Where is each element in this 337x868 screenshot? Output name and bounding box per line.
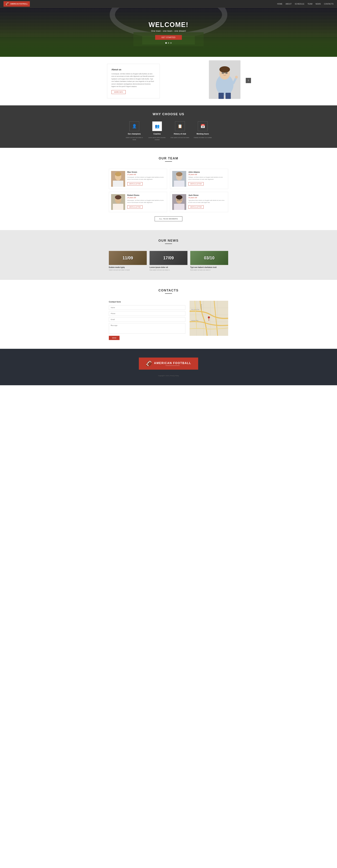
hero-section: WELCOME! One town - one team - one dream… — [0, 8, 337, 57]
robert-doms-info: Robert Doms 25 years old Micesoque, vel … — [127, 194, 165, 209]
nav-link-team[interactable]: Team — [308, 3, 312, 5]
team-card-jack-stone: Jack Stone 33 years old Typi plisse illu… — [170, 192, 228, 212]
john-adams-age: 35 years old — [188, 174, 226, 175]
hero-dots — [148, 42, 188, 44]
why-card-hours: 📅 Working hours Claritas est etiam cur m… — [193, 121, 213, 141]
history-icon: 📋 — [178, 124, 182, 128]
max-green-info: Max Green 27 years old Consequat, vel il… — [127, 171, 165, 186]
john-adams-info: John Adams 35 years old Oblique, vel ill… — [188, 171, 226, 186]
footer: 🏈 AMERICAN FOOTBALL Copyright © 2014 | P… — [0, 349, 337, 385]
map-svg: Rue de la Paix Avenue Main Boulevard — [190, 301, 228, 336]
team-card-max-green: Max Green 27 years old Consequat, vel il… — [109, 169, 167, 189]
coaches-text: Lorem ipsum dolor sit amet, connect — [147, 136, 167, 141]
svg-rect-27 — [113, 204, 123, 210]
footer-logo-divider — [166, 366, 179, 366]
nav-link-schedule[interactable]: Schedule — [295, 3, 304, 5]
why-card-coaches: 👥 Coaches Lorem ipsum dolor sit amet, co… — [147, 121, 167, 141]
news-text-2: Duis autem vel eum iure dolor in — [149, 269, 188, 271]
about-person-image — [209, 60, 241, 99]
john-adams-photo — [172, 171, 186, 187]
news-section: OUR NEWS 11/09 Eodem modo typiq Sulem ve… — [0, 230, 337, 280]
send-button[interactable]: SEND — [109, 336, 119, 340]
coaches-title: Coaches — [153, 133, 161, 135]
hours-icon: 📅 — [200, 124, 205, 128]
nav-link-news[interactable]: News — [316, 3, 321, 5]
news-title-1: Eodem modo typiq — [109, 266, 147, 268]
news-title-3: Typi non habent claritatem insit — [190, 266, 228, 268]
name-input[interactable] — [109, 305, 185, 310]
svg-rect-14 — [219, 93, 224, 99]
svg-rect-15 — [226, 93, 231, 99]
max-green-desc: Consequat, vel illum dolore eu feugiat n… — [127, 176, 165, 180]
jack-stone-name: Jack Stone — [188, 194, 226, 196]
jack-stone-photo — [172, 194, 186, 210]
svg-point-30 — [176, 195, 182, 199]
robert-doms-desc: Micesoque, vel illum dolore eu feugiat n… — [127, 199, 165, 204]
robert-doms-name: Robert Doms — [127, 194, 165, 196]
news-date-3: 03/10 — [190, 251, 228, 265]
news-image-1: 11/09 — [109, 251, 147, 265]
hero-dot-3[interactable] — [170, 42, 172, 44]
svg-point-7 — [222, 72, 223, 73]
john-adams-write-button[interactable]: WRITE A LETTER — [188, 182, 204, 186]
robert-doms-write-button[interactable]: WRITE A LETTER — [127, 205, 142, 209]
hours-title: Working hours — [197, 133, 209, 135]
email-input[interactable] — [109, 317, 185, 322]
get-started-button[interactable]: GET STARTED — [155, 35, 182, 40]
hero-subtitle: One town - one team - one dream! — [148, 30, 188, 32]
team-grid: Max Green 27 years old Consequat, vel il… — [109, 169, 228, 212]
news-image-3: 03/10 — [190, 251, 228, 265]
svg-point-22 — [176, 172, 182, 176]
team-card-john-adams: John Adams 35 years old Oblique, vel ill… — [170, 169, 228, 189]
why-section: WHY CHOOSE US 👤 Our champions Sulem vel … — [0, 105, 337, 148]
contacts-inner: Contact form SEND — [109, 301, 228, 340]
max-green-write-button[interactable]: WRITE A LETTER — [127, 182, 142, 186]
footer-logo-text: AMERICAN FOOTBALL — [154, 362, 191, 365]
news-grid: 11/09 Eodem modo typiq Sulem vel eum iur… — [109, 251, 228, 271]
contacts-title: CONTACTS — [159, 289, 179, 292]
about-title: About us — [111, 68, 155, 71]
robert-doms-age: 25 years old — [127, 197, 165, 198]
jack-stone-write-button[interactable]: WRITE A LETTER — [188, 205, 204, 209]
nav-link-about[interactable]: About — [286, 3, 291, 5]
svg-point-26 — [115, 195, 121, 199]
svg-point-8 — [226, 72, 227, 73]
why-cards: 👤 Our champions Sulem vel eum iure dolor… — [3, 121, 334, 141]
svg-point-13 — [235, 76, 238, 79]
person-svg — [209, 60, 241, 99]
nav-link-home[interactable]: Home — [277, 3, 282, 5]
hero-content: WELCOME! One town - one team - one dream… — [148, 21, 188, 44]
footer-copyright: Copyright © 2014 | Privacy Policy — [3, 375, 334, 376]
why-title: WHY CHOOSE US — [3, 113, 334, 116]
john-adams-name: John Adams — [188, 171, 226, 173]
champions-title: Our champions — [128, 133, 141, 135]
about-inner: About us Consequat, vel illum dolore eu … — [107, 64, 230, 98]
hero-dot-2[interactable] — [168, 42, 169, 44]
more-info-button[interactable]: MORE INFO — [111, 90, 126, 94]
john-adams-svg — [172, 171, 186, 187]
history-icon-box: 📋 — [175, 121, 185, 131]
coaches-icon-box: 👥 — [152, 121, 162, 131]
message-input[interactable] — [109, 323, 185, 334]
hours-icon-box: 📅 — [198, 121, 208, 131]
phone-input[interactable] — [109, 311, 185, 316]
nav-link-contacts[interactable]: Contacts — [324, 3, 334, 5]
footer-logo: 🏈 AMERICAN FOOTBALL — [139, 358, 198, 370]
champions-icon-box: 👤 — [129, 121, 139, 131]
news-card-1: 11/09 Eodem modo typiq Sulem vel eum iur… — [109, 251, 147, 271]
jack-stone-info: Jack Stone 33 years old Typi plisse illu… — [188, 194, 226, 209]
news-date-2: 17/09 — [149, 251, 188, 265]
contact-map: Rue de la Paix Avenue Main Boulevard — [190, 301, 228, 336]
hero-dot-1[interactable] — [165, 42, 167, 44]
scroll-top-button[interactable]: ⇧ — [246, 78, 251, 83]
all-team-members-button[interactable]: ALL TEAM MEMBERS — [155, 216, 182, 221]
coaches-icon: 👥 — [155, 124, 160, 128]
nav-logo[interactable]: 🏈 AMERICAN FOOTBALL — [3, 1, 30, 7]
svg-point-6 — [219, 66, 230, 72]
max-green-svg — [111, 171, 125, 187]
history-text: Duis autem vel eum iure dolor — [171, 136, 189, 139]
svg-text:Avenue Main: Avenue Main — [191, 320, 198, 321]
news-image-2: 17/09 — [149, 251, 188, 265]
svg-point-18 — [115, 172, 121, 176]
team-title: OUR TEAM — [159, 157, 178, 160]
